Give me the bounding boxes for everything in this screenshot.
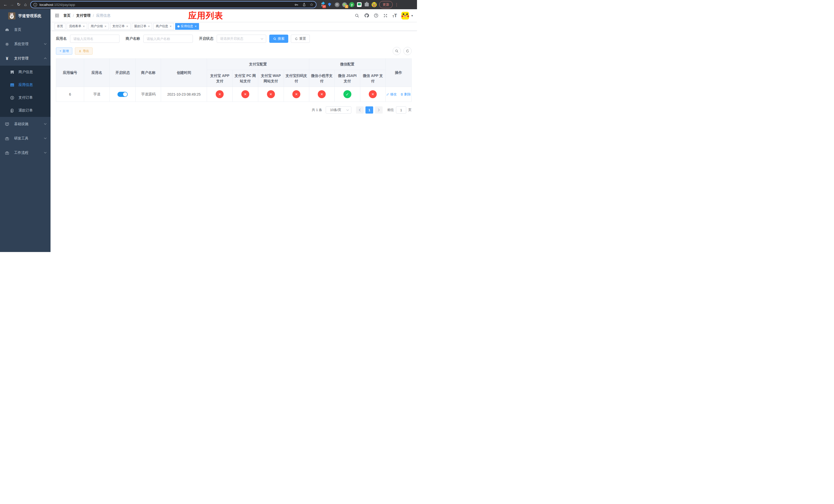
dashboard-icon <box>5 28 9 32</box>
help-icon[interactable] <box>373 13 378 18</box>
extension-gem-icon[interactable] <box>327 2 332 7</box>
sidebar-item-label: 基础设施 <box>14 122 28 127</box>
extension-y-icon[interactable]: y <box>349 2 354 7</box>
sidebar-logo[interactable]: 芋道管理系统 <box>0 9 50 23</box>
browser-home-icon[interactable]: ⌂ <box>22 0 29 9</box>
extension-emoji-icon[interactable] <box>372 2 377 7</box>
status-icon: × <box>241 90 249 98</box>
close-icon[interactable]: × <box>170 25 172 28</box>
trash-icon <box>400 93 403 96</box>
status-icon: × <box>267 90 275 98</box>
page-size-select[interactable]: 10条/页 <box>326 107 351 114</box>
page-number-button[interactable]: 1 <box>366 107 373 114</box>
col-alipay-app: 支付宝 APP 支付 <box>207 70 233 87</box>
sidebar-item-label: 首页 <box>14 27 21 32</box>
password-key-icon[interactable] <box>294 3 299 7</box>
browser-reload-icon[interactable]: ↻ <box>15 0 22 9</box>
sidebar-item-merchant-info[interactable]: 商户信息 <box>0 66 50 78</box>
close-icon[interactable]: × <box>105 25 107 28</box>
export-button[interactable]: 导出 <box>75 47 93 54</box>
github-icon[interactable] <box>364 13 369 18</box>
sidebar-collapse-icon[interactable] <box>54 13 60 18</box>
sidebar-item-payment-orders[interactable]: 支付订单 <box>0 91 50 104</box>
extension-wallet-icon[interactable]: 10 <box>320 2 325 7</box>
sidebar-item-dev-tools[interactable]: 研发工具 <box>0 131 50 145</box>
next-page-button[interactable] <box>375 107 382 114</box>
bookmark-star-icon[interactable]: ☆ <box>310 3 313 7</box>
sidebar-item-system[interactable]: 系统管理 <box>0 37 50 51</box>
close-icon[interactable]: × <box>195 25 197 28</box>
fullscreen-icon[interactable] <box>383 13 388 18</box>
url-text[interactable]: localhost:1024/pay/app <box>40 3 294 7</box>
status-icon: × <box>292 90 300 98</box>
yen-circle-icon <box>10 96 14 100</box>
close-icon[interactable]: × <box>83 25 85 28</box>
prev-page-button[interactable] <box>356 107 364 114</box>
sidebar-item-label: 应用信息 <box>19 83 33 87</box>
avatar-caret-icon[interactable]: ▾ <box>411 14 413 18</box>
table-toolbar: + 新增 导出 <box>56 47 412 55</box>
browser-menu-icon[interactable]: ⋮ <box>393 2 400 7</box>
toggle-search-button[interactable] <box>393 47 401 55</box>
app-name-input[interactable] <box>70 35 119 43</box>
breadcrumb-home[interactable]: 首页 <box>63 13 70 18</box>
status-select[interactable]: 请选择开启状态 <box>217 35 266 43</box>
status-icon: × <box>369 90 377 98</box>
cell-status: × <box>284 87 309 102</box>
col-merchant: 商户名称 <box>136 59 161 87</box>
tab-payment-orders[interactable]: 支付订单× <box>110 23 131 30</box>
breadcrumb-payment[interactable]: 支付管理 <box>76 13 90 18</box>
reset-button[interactable]: 重置 <box>291 35 310 43</box>
enabled-switch[interactable] <box>117 92 128 97</box>
gear-icon <box>5 42 9 46</box>
extensions-puzzle-icon[interactable] <box>364 2 369 7</box>
extension-recorder-icon[interactable]: 1 <box>342 2 347 7</box>
share-icon[interactable] <box>302 3 306 7</box>
close-icon[interactable]: × <box>148 25 150 28</box>
browser-back-icon[interactable]: ← <box>2 0 9 9</box>
tab-process-form[interactable]: 流程表单× <box>67 23 87 30</box>
browser-forward-icon[interactable]: → <box>9 0 15 9</box>
col-enabled: 开启状态 <box>110 59 136 87</box>
delete-link[interactable]: 删除 <box>400 92 411 97</box>
search-icon[interactable] <box>354 13 359 18</box>
col-app-name: 应用名 <box>84 59 110 87</box>
edit-link[interactable]: 修改 <box>386 92 397 97</box>
sidebar-item-payment[interactable]: ¥ 支付管理 <box>0 51 50 66</box>
merchant-name-input[interactable] <box>144 35 193 43</box>
sidebar-item-app-info[interactable]: 应用信息 <box>0 78 50 91</box>
tab-app-info[interactable]: 应用信息× <box>175 23 199 30</box>
site-info-icon[interactable] <box>33 3 37 7</box>
status-icon: ✓ <box>344 90 351 98</box>
user-avatar[interactable] <box>401 12 409 20</box>
tab-merchant-info[interactable]: 商户信息× <box>153 23 174 30</box>
search-icon <box>273 37 277 41</box>
sidebar-item-label: 支付管理 <box>14 56 28 61</box>
browser-update-button[interactable]: 更新 <box>379 1 393 8</box>
search-button[interactable]: 搜索 <box>269 35 288 43</box>
font-size-icon[interactable]: TT <box>392 13 397 18</box>
chevron-down-icon <box>261 38 263 40</box>
extension-chat-icon[interactable] <box>357 2 362 7</box>
url-bar[interactable]: localhost:1024/pay/app ☆ <box>30 1 316 8</box>
col-alipay-qr: 支付宝扫码支付 <box>284 70 309 87</box>
tab-home[interactable]: 首页 <box>54 23 65 30</box>
refresh-table-button[interactable] <box>403 47 412 55</box>
active-dot <box>177 25 179 27</box>
sidebar-item-infrastructure[interactable]: 基础设施 <box>0 117 50 131</box>
extension-command-icon[interactable]: ⌘ <box>334 2 339 7</box>
chevron-right-icon <box>377 109 380 112</box>
app-name-label: 应用名 <box>56 37 67 41</box>
tags-view-bar: 首页 流程表单× 用户分组× 支付订单× 退款订单× 商户信息× 应用信息× <box>50 22 417 31</box>
add-button[interactable]: + 新增 <box>56 47 72 54</box>
sidebar-item-label: 商户信息 <box>19 70 33 74</box>
tab-refund-orders[interactable]: 退款订单× <box>132 23 152 30</box>
tab-user-group[interactable]: 用户分组× <box>88 23 109 30</box>
sidebar-item-workflow[interactable]: 工作流程 <box>0 145 50 160</box>
sidebar-item-home[interactable]: 首页 <box>0 23 50 37</box>
goto-page-input[interactable] <box>396 107 406 114</box>
app-title: 芋道管理系统 <box>18 14 41 19</box>
browser-chrome: ← → ↻ ⌂ localhost:1024/pay/app ☆ <box>0 0 417 9</box>
close-icon[interactable]: × <box>126 25 128 28</box>
sidebar-item-refund-orders[interactable]: 退款订单 <box>0 104 50 117</box>
